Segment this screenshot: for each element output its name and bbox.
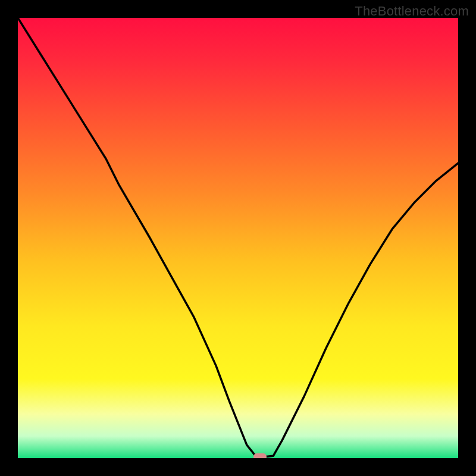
plot-area bbox=[18, 18, 458, 458]
optimal-marker bbox=[253, 453, 267, 458]
bottleneck-chart bbox=[18, 18, 458, 458]
watermark-text: TheBottleneck.com bbox=[355, 4, 469, 19]
gradient-background bbox=[18, 18, 458, 458]
chart-frame: TheBottleneck.com bbox=[0, 0, 476, 476]
